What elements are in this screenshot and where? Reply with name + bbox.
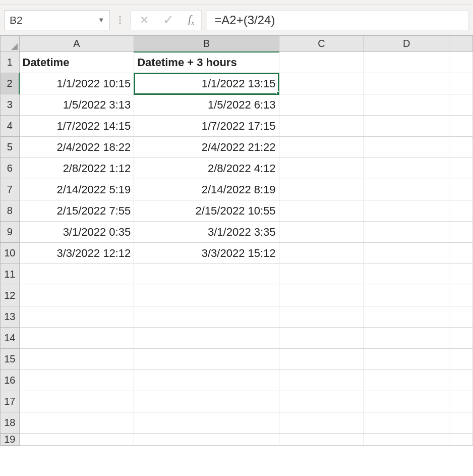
cell-E19[interactable] (449, 434, 473, 446)
col-header-C[interactable]: C (279, 36, 364, 52)
cell-B11[interactable] (134, 264, 279, 285)
cell-E4[interactable] (449, 116, 473, 137)
cell-E16[interactable] (449, 370, 473, 391)
cell-C16[interactable] (279, 370, 364, 391)
cell-C17[interactable] (279, 391, 364, 412)
cell-E8[interactable] (449, 200, 473, 222)
cell-D1[interactable] (364, 52, 449, 73)
cell-E13[interactable] (449, 306, 473, 328)
cell-B19[interactable] (134, 434, 279, 446)
cell-D2[interactable] (364, 73, 449, 94)
cell-A6[interactable]: 2/8/2022 1:12 (19, 158, 134, 179)
cell-B1[interactable]: Datetime + 3 hours (134, 52, 279, 73)
cell-A19[interactable] (19, 434, 134, 446)
cell-B16[interactable] (134, 370, 279, 391)
cell-B9[interactable]: 3/1/2022 3:35 (134, 222, 279, 243)
cell-A12[interactable] (19, 285, 134, 306)
row-header-14[interactable]: 14 (1, 328, 20, 349)
enter-icon[interactable]: ✓ (163, 12, 174, 28)
cell-D19[interactable] (364, 434, 449, 446)
cell-E6[interactable] (449, 158, 473, 179)
cell-D17[interactable] (364, 391, 449, 412)
cell-C14[interactable] (279, 328, 364, 349)
row-header-7[interactable]: 7 (1, 179, 20, 200)
cell-B4[interactable]: 1/7/2022 17:15 (134, 116, 279, 137)
cell-C18[interactable] (279, 412, 364, 434)
name-box[interactable]: B2 ▼ (4, 10, 110, 30)
cell-B13[interactable] (134, 306, 279, 328)
row-header-15[interactable]: 15 (1, 349, 20, 370)
row-header-11[interactable]: 11 (1, 264, 20, 285)
cell-B7[interactable]: 2/14/2022 8:19 (134, 179, 279, 200)
cell-E7[interactable] (449, 179, 473, 200)
row-header-1[interactable]: 1 (1, 52, 20, 73)
col-header-E[interactable] (449, 36, 473, 52)
cell-C9[interactable] (279, 222, 364, 243)
cell-E2[interactable] (449, 73, 473, 94)
cell-B17[interactable] (134, 391, 279, 412)
formula-input[interactable] (214, 13, 461, 27)
cell-B8[interactable]: 2/15/2022 10:55 (134, 200, 279, 222)
cell-A13[interactable] (19, 306, 134, 328)
cell-B6[interactable]: 2/8/2022 4:12 (134, 158, 279, 179)
cell-C15[interactable] (279, 349, 364, 370)
cell-A4[interactable]: 1/7/2022 14:15 (19, 116, 134, 137)
row-header-12[interactable]: 12 (1, 285, 20, 306)
cell-E15[interactable] (449, 349, 473, 370)
row-header-10[interactable]: 10 (1, 243, 20, 264)
row-header-18[interactable]: 18 (1, 412, 20, 434)
cell-E18[interactable] (449, 412, 473, 434)
row-header-13[interactable]: 13 (1, 306, 20, 328)
cell-D12[interactable] (364, 285, 449, 306)
cell-C2[interactable] (279, 73, 364, 94)
cell-D3[interactable] (364, 94, 449, 116)
select-all-corner[interactable] (1, 36, 20, 52)
row-header-16[interactable]: 16 (1, 370, 20, 391)
cell-B18[interactable] (134, 412, 279, 434)
fx-icon[interactable]: fx (188, 13, 194, 27)
cell-E11[interactable] (449, 264, 473, 285)
cell-A14[interactable] (19, 328, 134, 349)
cell-B12[interactable] (134, 285, 279, 306)
cell-D5[interactable] (364, 137, 449, 158)
cell-D18[interactable] (364, 412, 449, 434)
formula-bar-drag-handle-icon[interactable] (115, 16, 125, 24)
cancel-icon[interactable]: ✕ (140, 14, 149, 27)
cell-A5[interactable]: 2/4/2022 18:22 (19, 137, 134, 158)
cell-A11[interactable] (19, 264, 134, 285)
cell-D4[interactable] (364, 116, 449, 137)
cell-C12[interactable] (279, 285, 364, 306)
chevron-down-icon[interactable]: ▼ (98, 16, 104, 24)
cell-A15[interactable] (19, 349, 134, 370)
cell-B5[interactable]: 2/4/2022 21:22 (134, 137, 279, 158)
cell-D6[interactable] (364, 158, 449, 179)
cell-A7[interactable]: 2/14/2022 5:19 (19, 179, 134, 200)
cell-D8[interactable] (364, 200, 449, 222)
cell-D14[interactable] (364, 328, 449, 349)
row-header-2[interactable]: 2 (1, 73, 20, 94)
row-header-8[interactable]: 8 (1, 200, 20, 222)
cell-D15[interactable] (364, 349, 449, 370)
cell-C5[interactable] (279, 137, 364, 158)
cell-A2[interactable]: 1/1/2022 10:15 (19, 73, 134, 94)
cell-C19[interactable] (279, 434, 364, 446)
cell-C10[interactable] (279, 243, 364, 264)
cell-B3[interactable]: 1/5/2022 6:13 (134, 94, 279, 116)
cell-D11[interactable] (364, 264, 449, 285)
cell-B14[interactable] (134, 328, 279, 349)
cell-D16[interactable] (364, 370, 449, 391)
cell-C8[interactable] (279, 200, 364, 222)
cell-E1[interactable] (449, 52, 473, 73)
cell-A10[interactable]: 3/3/2022 12:12 (19, 243, 134, 264)
cell-D9[interactable] (364, 222, 449, 243)
cell-C1[interactable] (279, 52, 364, 73)
cell-D7[interactable] (364, 179, 449, 200)
cell-D10[interactable] (364, 243, 449, 264)
row-header-17[interactable]: 17 (1, 391, 20, 412)
cell-B15[interactable] (134, 349, 279, 370)
cell-C13[interactable] (279, 306, 364, 328)
row-header-3[interactable]: 3 (1, 94, 20, 116)
cell-E3[interactable] (449, 94, 473, 116)
row-header-19[interactable]: 19 (1, 434, 20, 446)
cell-D13[interactable] (364, 306, 449, 328)
